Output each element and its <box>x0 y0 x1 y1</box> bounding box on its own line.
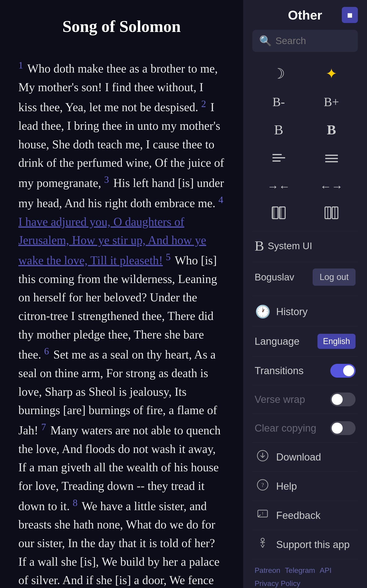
layout-split-icon <box>325 206 338 222</box>
privacy-link[interactable]: Privacy Policy <box>255 579 300 588</box>
layout-split-button[interactable] <box>305 199 358 229</box>
clear-copying-toggle[interactable] <box>330 421 356 435</box>
verse-num-2: 2 <box>201 99 206 109</box>
clear-copying-toggle-knob <box>332 423 343 434</box>
transitions-label: Transitions <box>255 365 304 376</box>
divider-2 <box>252 262 358 262</box>
api-link[interactable]: API <box>320 566 332 575</box>
svg-text:?: ? <box>261 482 264 488</box>
language-row[interactable]: Language English <box>252 326 358 356</box>
transitions-row: Transitions <box>252 356 358 385</box>
patreon-link[interactable]: Patreon <box>255 566 280 575</box>
transitions-toggle[interactable] <box>330 364 356 378</box>
theme-icon-grid: ☽ ✦ B- B+ B B <box>252 59 358 229</box>
font-normal-icon: B <box>274 122 283 138</box>
transitions-toggle-knob <box>343 365 354 376</box>
svg-text:!: ! <box>262 511 263 516</box>
language-label: Language <box>255 336 300 347</box>
font-decrease-icon: B- <box>273 95 285 109</box>
footer-links: Patreon Telegram API Privacy Policy <box>252 559 358 588</box>
svg-line-22 <box>261 545 263 548</box>
history-icon: 🕐 <box>255 304 271 319</box>
arrows-out-icon: ←→ <box>320 180 343 193</box>
highlighted-verse-4: I have adjured you, O daughters of Jerus… <box>18 215 206 267</box>
svg-line-23 <box>263 545 264 548</box>
moon-icon: ☽ <box>272 65 285 82</box>
layout-single-button[interactable] <box>252 199 305 229</box>
verse-wrap-row: Verse wrap <box>252 385 358 414</box>
support-label: Support this app <box>276 539 356 550</box>
svg-rect-9 <box>279 207 282 219</box>
settings-panel: Other ■ 🔍 ☽ ✦ B- B+ B B <box>243 0 367 588</box>
verse-num-4: 4 <box>218 195 223 205</box>
verse-num-3: 3 <box>104 174 109 185</box>
book-title: Song of Solomon <box>18 14 225 44</box>
font-increase-button[interactable]: B+ <box>305 88 358 115</box>
arrows-in-button[interactable]: →← <box>252 173 305 199</box>
history-menu-item[interactable]: 🕐 History <box>252 297 358 326</box>
font-bold-icon: B <box>327 122 336 138</box>
support-icon <box>255 537 271 552</box>
panel-title: Other <box>268 8 342 23</box>
align-left-icon <box>273 152 285 166</box>
main-reading-area: Song of Solomon 1 Who doth make thee as … <box>0 0 243 588</box>
clear-copying-label: Clear copying <box>255 422 316 434</box>
verse-num-6: 6 <box>44 346 49 356</box>
arrows-in-icon: →← <box>267 180 290 193</box>
align-left-button[interactable] <box>252 144 305 173</box>
search-icon: 🔍 <box>259 35 272 47</box>
verse-wrap-toggle-knob <box>332 394 343 405</box>
feedback-label: Feedback <box>276 510 356 521</box>
sun-icon: ✦ <box>325 65 337 82</box>
telegram-link[interactable]: Telegram <box>285 566 315 575</box>
user-row: Boguslav Log out <box>252 263 358 291</box>
verse-wrap-toggle[interactable] <box>330 393 356 406</box>
search-bar[interactable]: 🔍 <box>252 30 358 52</box>
font-selector-row[interactable]: B System UI <box>252 232 358 259</box>
panel-header: Other ■ <box>252 7 358 23</box>
help-label: Help <box>276 481 356 492</box>
divider-3 <box>252 296 358 296</box>
verse-num-1: 1 <box>18 60 23 70</box>
font-normal-button[interactable]: B <box>252 115 305 144</box>
verse-num-7: 7 <box>41 422 46 432</box>
logout-button[interactable]: Log out <box>313 268 356 286</box>
align-right-button[interactable] <box>305 144 358 173</box>
light-mode-button[interactable]: ✦ <box>305 59 358 88</box>
svg-rect-7 <box>272 207 275 219</box>
font-preview-char: B <box>255 238 264 254</box>
feedback-menu-item[interactable]: ! Feedback <box>252 501 358 530</box>
svg-point-19 <box>261 538 264 541</box>
arrows-out-button[interactable]: ←→ <box>305 173 358 199</box>
support-menu-item[interactable]: Support this app <box>252 530 358 559</box>
align-right-icon <box>325 151 338 167</box>
language-value[interactable]: English <box>317 334 356 349</box>
feedback-icon: ! <box>255 508 271 523</box>
clear-copying-row: Clear copying <box>252 414 358 443</box>
download-menu-item[interactable]: Download <box>252 443 358 472</box>
divider-1 <box>252 231 358 231</box>
font-increase-icon: B+ <box>324 95 339 109</box>
verse-num-8: 8 <box>73 498 77 508</box>
verse-1: 1 Who doth make thee as a brother to me,… <box>18 58 225 588</box>
verse-num-5: 5 <box>166 252 171 262</box>
close-icon: ■ <box>347 10 352 20</box>
history-label: History <box>276 306 356 317</box>
help-icon: ? <box>255 479 271 493</box>
verse-wrap-label: Verse wrap <box>255 394 305 405</box>
help-menu-item[interactable]: ? Help <box>252 472 358 501</box>
layout-single-icon <box>272 206 286 222</box>
dark-mode-button[interactable]: ☽ <box>252 59 305 88</box>
download-label: Download <box>276 451 356 463</box>
font-decrease-button[interactable]: B- <box>252 88 305 115</box>
download-icon <box>255 450 271 464</box>
font-bold-button[interactable]: B <box>305 115 358 144</box>
search-input[interactable] <box>275 35 367 46</box>
close-panel-button[interactable]: ■ <box>342 7 358 23</box>
font-name-label: System UI <box>268 241 312 251</box>
username-label: Boguslav <box>255 272 294 283</box>
